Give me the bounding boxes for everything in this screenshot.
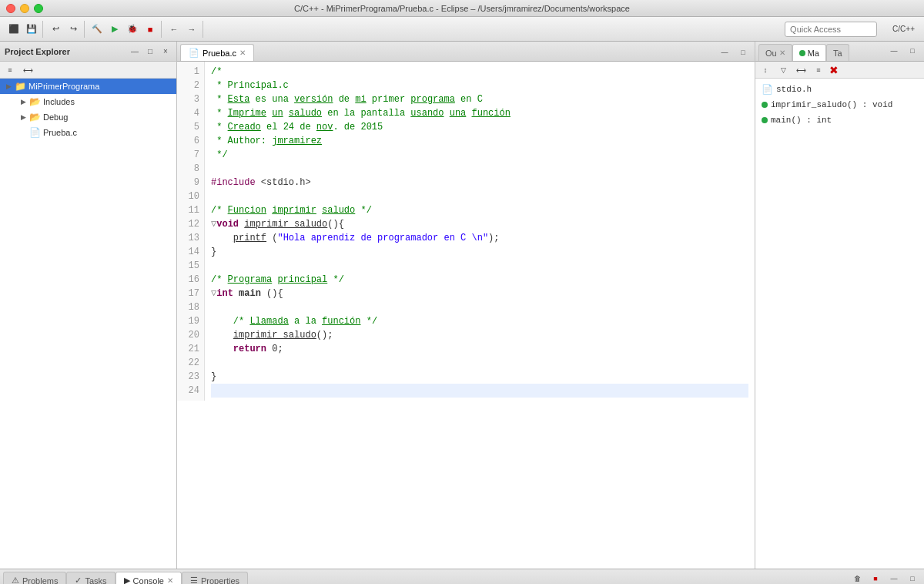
code-area: 12345 678910 1112131415 1617181920 21222…	[177, 62, 755, 401]
code-line-4: * Imprime un saludo en la pantalla usand…	[211, 106, 748, 120]
undo-button[interactable]: ↩	[47, 21, 64, 38]
save-button[interactable]: 💾	[23, 21, 40, 38]
run-button[interactable]: ▶	[106, 21, 123, 38]
bottom-tab-bar: ⚠ Problems ✓ Tasks ▶ Console ✕ ☰ Propert…	[0, 569, 924, 584]
code-line-11: /* Funcion imprimir saludo */	[211, 203, 748, 217]
link-with-editor-button[interactable]: ⟷	[19, 62, 36, 79]
outline-panel: Ou ✕ Ma Ta — □ ↕ ▽ ⟷ ≡ ✖ 📄 s	[755, 42, 924, 569]
folder-icon-debug: 📂	[29, 112, 41, 123]
perspective-group: C/C++	[886, 21, 921, 38]
sidebar-maximize-button[interactable]: □	[144, 45, 156, 58]
tasks-icon: ✓	[75, 576, 82, 584]
sidebar-toolbar: ≡ ⟷	[0, 62, 176, 79]
code-line-2: * Principal.c	[211, 79, 748, 92]
editor-tab-bar: 📄 Prueba.c ✕ — □	[177, 42, 755, 62]
outline-link-button[interactable]: ⟷	[792, 62, 809, 79]
tab-label-prueba: Prueba.c	[203, 49, 236, 58]
bottom-tab-console[interactable]: ▶ Console ✕	[116, 572, 182, 584]
code-line-22	[211, 356, 748, 370]
code-line-16: /* Programa principal */	[211, 273, 748, 287]
code-line-12: ▽void imprimir_saludo(){	[211, 217, 748, 231]
bottom-tab-problems[interactable]: ⚠ Problems	[3, 572, 66, 584]
code-line-13: printf ("Hola aprendiz de programador en…	[211, 231, 748, 245]
editor-minimize-button[interactable]: —	[716, 44, 733, 61]
green-dot-icon-imprimir	[762, 102, 768, 108]
code-line-18	[211, 300, 748, 314]
console-maximize-button[interactable]: □	[904, 570, 921, 584]
minimize-button[interactable]	[20, 4, 29, 13]
editor-area: 📄 Prueba.c ✕ — □ 12345 678910 1112131415…	[177, 42, 755, 569]
sidebar-header: Project Explorer — □ ×	[0, 42, 176, 62]
outline-collapse-button[interactable]: ≡	[810, 62, 827, 79]
outline-minimize-button[interactable]: —	[886, 42, 902, 59]
properties-icon: ☰	[190, 576, 198, 584]
outline-filter-button[interactable]: ▽	[775, 62, 792, 79]
ta-tab-label: Ta	[833, 49, 842, 58]
outline-sort-button[interactable]: ↕	[757, 62, 774, 79]
file-icon-prueba: 📄	[29, 127, 41, 138]
collapse-all-button[interactable]: ≡	[2, 62, 18, 79]
forward-button[interactable]: →	[183, 21, 200, 38]
ma-dot-icon	[799, 50, 805, 56]
console-stop-button[interactable]: ■	[867, 570, 884, 584]
outline-item-imprimir[interactable]: imprimir_saludo() : void	[758, 97, 921, 112]
editor-tab-prueba[interactable]: 📄 Prueba.c ✕	[180, 44, 254, 61]
main-layout: Project Explorer — □ × ≡ ⟷ ▶ 📁 MiPrimerP…	[0, 42, 924, 569]
stop-button[interactable]: ■	[142, 21, 159, 38]
code-line-15	[211, 259, 748, 273]
tree-label-debug: Debug	[43, 112, 68, 122]
bottom-tab-tasks[interactable]: ✓ Tasks	[66, 572, 115, 584]
tree-item-debug[interactable]: ▶ 📂 Debug	[0, 109, 176, 125]
outline-item-main[interactable]: main() : int	[758, 112, 921, 128]
editor-content[interactable]: 12345 678910 1112131415 1617181920 21222…	[177, 62, 755, 569]
code-line-9: #include <stdio.h>	[211, 176, 748, 190]
outline-tab-ma[interactable]: Ma	[792, 44, 826, 61]
bottom-layout: ⚠ Problems ✓ Tasks ▶ Console ✕ ☰ Propert…	[0, 569, 924, 584]
tree-label-includes: Includes	[43, 97, 75, 106]
editor-maximize-button[interactable]: □	[735, 44, 752, 61]
problems-icon: ⚠	[12, 576, 19, 584]
tree-item-miprimer[interactable]: ▶ 📁 MiPrimerPrograma	[0, 79, 176, 94]
code-line-5: * Creado el 24 de nov. de 2015	[211, 120, 748, 134]
tree-item-prueba[interactable]: ▶ 📄 Prueba.c	[0, 125, 176, 140]
debug-button[interactable]: 🐞	[124, 21, 141, 38]
console-icon: ▶	[124, 576, 130, 584]
error-icon: ✖	[829, 64, 839, 76]
new-button[interactable]: ⬛	[5, 21, 22, 38]
outline-tab-bar: Ou ✕ Ma Ta — □	[755, 42, 924, 62]
project-explorer: Project Explorer — □ × ≡ ⟷ ▶ 📁 MiPrimerP…	[0, 42, 177, 569]
outline-tab-ou[interactable]: Ou ✕	[758, 44, 792, 61]
tab-close-prueba[interactable]: ✕	[239, 49, 246, 57]
console-label: Console	[133, 576, 164, 585]
ou-tab-label: Ou	[765, 49, 777, 58]
outline-label-stdio: stdio.h	[776, 85, 812, 94]
perspective-button[interactable]: C/C++	[889, 21, 919, 38]
sidebar-minimize-button[interactable]: —	[129, 45, 141, 58]
close-button[interactable]	[6, 4, 15, 13]
code-line-7: */	[211, 148, 748, 162]
console-clear-button[interactable]: 🗑	[849, 570, 865, 584]
outline-item-stdio[interactable]: 📄 stdio.h	[758, 82, 921, 97]
file-icon-stdio: 📄	[762, 84, 773, 96]
folder-icon-miprimer: 📁	[15, 81, 26, 92]
code-line-23: }	[211, 370, 748, 384]
outline-tab-ta[interactable]: Ta	[826, 44, 849, 61]
ma-tab-label: Ma	[808, 49, 819, 58]
redo-button[interactable]: ↪	[65, 21, 82, 38]
ou-tab-close[interactable]: ✕	[779, 49, 785, 57]
quick-access-input[interactable]	[785, 22, 877, 37]
console-minimize-button[interactable]: —	[886, 570, 902, 584]
build-button[interactable]: 🔨	[89, 21, 105, 38]
console-tab-close[interactable]: ✕	[167, 576, 173, 584]
back-button[interactable]: ←	[166, 21, 182, 38]
bottom-tab-properties[interactable]: ☰ Properties	[182, 572, 248, 584]
outline-label-imprimir: imprimir_saludo() : void	[771, 100, 892, 109]
bottom-tab-controls: 🗑 ■ — □	[849, 570, 921, 584]
bottom-panel: ⚠ Problems ✓ Tasks ▶ Console ✕ ☰ Propert…	[0, 569, 924, 584]
maximize-button[interactable]	[34, 4, 43, 13]
outline-maximize-button[interactable]: □	[904, 42, 921, 59]
toolbar-group-file: ⬛ 💾	[3, 21, 43, 38]
tree-item-includes[interactable]: ▶ 📂 Includes	[0, 94, 176, 109]
tree-arrow-miprimer: ▶	[5, 82, 12, 90]
sidebar-close-button[interactable]: ×	[159, 45, 172, 58]
